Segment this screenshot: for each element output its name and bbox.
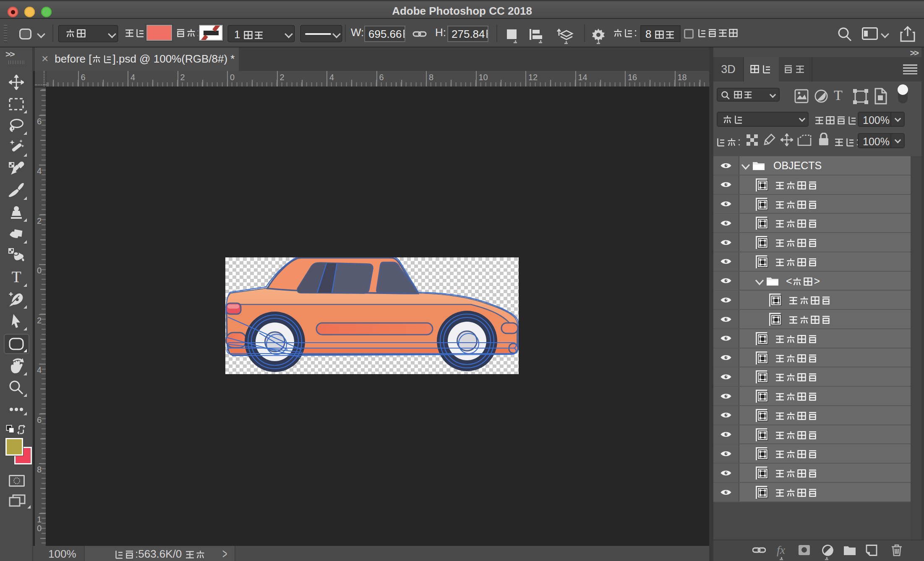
svg-text:T: T	[11, 270, 21, 285]
